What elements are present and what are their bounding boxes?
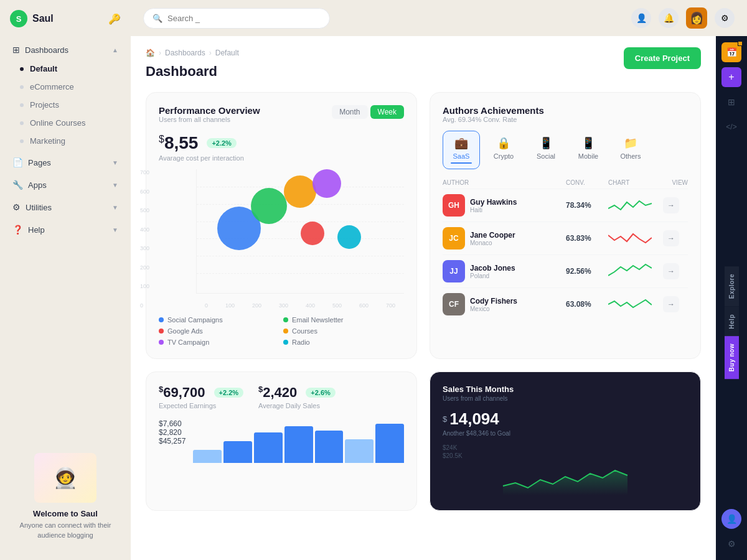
legend-tv: TV Campaign [159, 338, 280, 346]
nav-group-utilities: ⚙ Utilities ▼ [5, 197, 126, 217]
sales-level-1: $24K [443, 444, 688, 451]
view-btn-jane[interactable]: → [663, 230, 679, 246]
tab-mobile[interactable]: 📱 Mobile [570, 131, 607, 169]
legend-dot-google [159, 329, 164, 334]
projects-label: Projects [30, 100, 59, 110]
legend-dot-courses [283, 329, 288, 334]
bubble-google [301, 222, 324, 245]
nav-group-dashboards-header[interactable]: ⊞ Dashboards ▲ [5, 40, 126, 60]
sparkline-jane [608, 229, 652, 248]
help-tab[interactable]: Help [725, 307, 739, 337]
code-icon[interactable]: </> [721, 117, 741, 137]
dot [20, 121, 24, 125]
tab-crypto[interactable]: 🔒 Crypto [485, 131, 522, 169]
nav-group-pages-header[interactable]: 📄 Pages ▼ [5, 152, 126, 172]
bubble-radio [337, 225, 361, 249]
sales-value: 14,094 [449, 409, 499, 429]
saas-icon: 💼 [454, 136, 468, 150]
earnings-value: $69,700 [159, 385, 205, 401]
bubble-chart [196, 169, 404, 294]
user-small-icon[interactable]: 👤 [631, 8, 651, 28]
bar [284, 426, 313, 464]
settings-icon-bottom[interactable]: ⚙ [721, 534, 741, 554]
week-tab[interactable]: Week [370, 105, 404, 119]
sidebar-item-online-courses[interactable]: Online Courses [5, 114, 126, 132]
sidebar-item-ecommerce[interactable]: eCommerce [5, 78, 126, 96]
user-icon-bottom[interactable]: 👤 [721, 509, 741, 529]
explore-tab[interactable]: Explore [725, 266, 739, 306]
marketing-label: Marketing [30, 136, 65, 146]
sales-subtitle: Users from all channels [443, 395, 688, 402]
default-label: Default [30, 64, 57, 73]
pages-icon: 📄 [12, 157, 23, 167]
help-chevron: ▼ [112, 226, 118, 233]
badge-dot [738, 41, 743, 46]
performance-card: Performance Overview Users from all chan… [146, 92, 417, 359]
search-box[interactable]: 🔍 [143, 8, 330, 29]
breadcrumb-default[interactable]: Default [215, 49, 239, 57]
earnings-badge: +2.2% [214, 388, 244, 398]
performance-title: Performance Overview [159, 105, 260, 116]
tab-saas[interactable]: 💼 SaaS [443, 131, 480, 169]
social-icon: 📱 [539, 136, 553, 150]
month-tab[interactable]: Month [332, 105, 367, 119]
bar [193, 450, 222, 463]
user-avatar[interactable]: 👩 [686, 7, 707, 29]
settings-icon[interactable]: ⚙ [715, 8, 735, 28]
grid-icon[interactable]: ⊞ [721, 92, 741, 112]
crypto-label: Crypto [494, 152, 514, 160]
earnings-card: $69,700 +2.2% Expected Earnings $2,420 +… [146, 371, 417, 511]
bar [345, 439, 374, 464]
breadcrumb-dashboards[interactable]: Dashboards [165, 49, 205, 57]
sparkline-guy [608, 196, 652, 215]
sales-area-chart [443, 464, 688, 495]
y-axis: 700 600 500 400 300 200 100 0 [140, 169, 149, 309]
legend-label-courses: Courses [292, 327, 317, 335]
sales-goal: Another $48,346 to Goal [443, 430, 688, 437]
author-country-cody: Mexico [470, 306, 517, 312]
authors-table: AUTHOR CONV. CHART VIEW GH Guy Hawkins [443, 177, 688, 320]
tab-others[interactable]: 📁 Others [612, 131, 649, 169]
sidebar-item-marketing[interactable]: Marketing [5, 132, 126, 150]
bar [375, 424, 404, 463]
performance-badge: +2.2% [207, 138, 237, 148]
app-logo: S Saul 🔑 [0, 10, 131, 40]
view-btn-guy[interactable]: → [663, 197, 679, 213]
nav-group-apps-header[interactable]: 🔧 Apps ▼ [5, 175, 126, 195]
sparkline-jacob [608, 262, 652, 281]
content-area: 🏠 › Dashboards › Default Dashboard Creat… [131, 36, 747, 560]
sparkline-cody [608, 295, 652, 314]
add-icon[interactable]: + [721, 67, 741, 87]
saas-label: SaaS [453, 152, 470, 160]
search-icon: 🔍 [153, 14, 162, 23]
daily-sales-badge: +2.6% [306, 388, 336, 398]
view-btn-cody[interactable]: → [663, 296, 679, 312]
view-btn-jacob[interactable]: → [663, 263, 679, 279]
legend-label-tv: TV Campaign [167, 338, 209, 346]
tab-social[interactable]: 📱 Social [527, 131, 565, 169]
search-input[interactable] [167, 14, 321, 23]
bar [223, 441, 252, 463]
create-project-button[interactable]: Create Project [624, 47, 701, 69]
nav-group-help-header[interactable]: ❓ Help ▼ [5, 220, 126, 240]
table-row: CF Cody Fishers Mexico 63.08% → [443, 287, 688, 320]
legend-email: Email Newsletter [283, 316, 404, 324]
chart-legend: Social Campaigns Email Newsletter Google… [159, 316, 404, 346]
notifications-icon[interactable]: 🔔 [659, 8, 679, 28]
app-name: Saul [32, 13, 54, 24]
legend-label-email: Email Newsletter [292, 316, 344, 324]
authors-subtitle: Avg. 69.34% Conv. Rate [443, 116, 688, 123]
period-tabs: Month Week [332, 105, 404, 119]
help-icon: ❓ [12, 225, 23, 235]
sidebar-welcome: 🧑‍🚀 Welcome to Saul Anyone can connect w… [0, 437, 131, 550]
page-title: Dashboard [146, 63, 217, 80]
buy-tab[interactable]: Buy now [725, 336, 739, 379]
sidebar-item-projects[interactable]: Projects [5, 96, 126, 114]
breadcrumb-home-icon[interactable]: 🏠 [146, 49, 155, 57]
sidebar-item-default[interactable]: Default [5, 60, 126, 78]
legend-dot-email [283, 317, 288, 322]
breadcrumb: 🏠 › Dashboards › Default [146, 49, 701, 57]
calendar-icon-container: 📅 [721, 42, 741, 62]
nav-group-utilities-header[interactable]: ⚙ Utilities ▼ [5, 197, 126, 217]
conv-jacob: 92.56% [566, 267, 603, 276]
